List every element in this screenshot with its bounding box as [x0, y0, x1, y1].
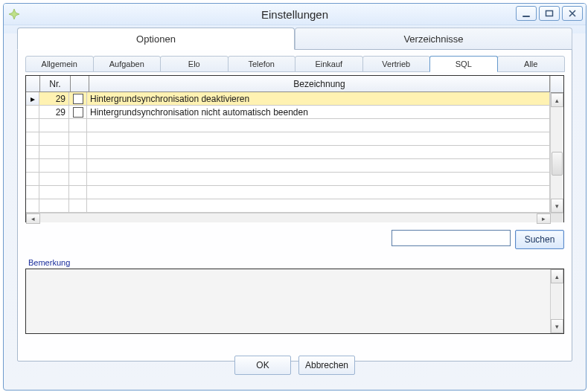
- main-tabs: Optionen Verzeichnisse: [17, 28, 572, 50]
- grid-header-nr[interactable]: Nr.: [40, 76, 71, 92]
- cell-nr: 29: [39, 92, 69, 106]
- bemerkung-text: [26, 269, 550, 333]
- subtab-vertrieb[interactable]: Vertrieb: [362, 56, 431, 72]
- grid-header-selector: [26, 76, 40, 92]
- tab-verzeichnisse[interactable]: Verzeichnisse: [295, 28, 572, 50]
- maximize-button[interactable]: [539, 6, 560, 21]
- subtab-allgemein[interactable]: Allgemein: [25, 56, 94, 72]
- table-row-empty: [26, 186, 550, 199]
- table-row[interactable]: ▸ 29 Hintergrundsynchronisation deaktivi…: [26, 92, 550, 106]
- checkbox-icon: [73, 94, 83, 104]
- scroll-track[interactable]: [551, 283, 563, 319]
- table-row-empty: [26, 159, 550, 173]
- search-input[interactable]: [392, 230, 511, 246]
- subtab-einkauf[interactable]: Einkauf: [295, 56, 363, 72]
- subtab-elo[interactable]: Elo: [160, 56, 229, 72]
- app-icon: [8, 8, 20, 20]
- scroll-right-icon[interactable]: ▸: [537, 213, 551, 224]
- settings-dialog: Einstellungen Optionen Verzeichnisse: [3, 3, 587, 391]
- minimize-button[interactable]: [516, 6, 537, 21]
- scroll-down-icon[interactable]: ▾: [551, 319, 563, 333]
- close-button[interactable]: [562, 6, 583, 21]
- sub-tabs: Allgemein Aufgaben Elo Telefon Einkauf V…: [25, 56, 564, 72]
- table-row-empty: [26, 173, 550, 186]
- svg-rect-1: [523, 16, 530, 17]
- scrollbar-corner: [551, 76, 563, 93]
- svg-marker-0: [9, 9, 19, 19]
- cell-checkbox[interactable]: [69, 106, 87, 119]
- grid-vertical-scrollbar[interactable]: ▴ ▾: [550, 76, 563, 213]
- search-bar: Suchen: [25, 230, 564, 249]
- cell-checkbox[interactable]: [69, 92, 87, 106]
- subtab-telefon[interactable]: Telefon: [228, 56, 296, 72]
- subtab-alle[interactable]: Alle: [497, 56, 566, 72]
- table-row-empty: [26, 146, 550, 159]
- scroll-track[interactable]: [551, 107, 563, 199]
- titlebar: Einstellungen: [4, 4, 586, 25]
- dialog-buttons: OK Abbrechen: [8, 356, 581, 375]
- tab-optionen[interactable]: Optionen: [17, 28, 295, 50]
- table-row[interactable]: 29 Hintergrundsynchronisation nicht auto…: [26, 106, 550, 119]
- scrollbar-corner: [551, 213, 563, 222]
- grid-body: ▸ 29 Hintergrundsynchronisation deaktivi…: [26, 92, 550, 213]
- window-title: Einstellungen: [4, 8, 586, 21]
- table-row-empty: [26, 132, 550, 146]
- scroll-down-icon[interactable]: ▾: [551, 199, 563, 213]
- cell-desc: Hintergrundsynchronisation nicht automat…: [87, 106, 550, 119]
- search-button[interactable]: Suchen: [515, 230, 564, 249]
- grid-horizontal-scrollbar[interactable]: ◂ ▸: [26, 213, 563, 222]
- options-grid: Nr. Bezeichnung ▸ 29 Hintergru: [25, 75, 564, 222]
- grid-header-desc[interactable]: Bezeichnung: [89, 76, 550, 92]
- svg-rect-2: [546, 11, 553, 16]
- bemerkung-label: Bemerkung: [28, 258, 561, 267]
- bemerkung-scrollbar[interactable]: ▴ ▾: [550, 269, 563, 333]
- row-indicator-icon: ▸: [26, 92, 39, 106]
- subtab-sql[interactable]: SQL: [429, 56, 498, 72]
- table-row-empty: [26, 199, 550, 213]
- tab-panel-optionen: Allgemein Aufgaben Elo Telefon Einkauf V…: [17, 49, 572, 362]
- ok-button[interactable]: OK: [234, 356, 291, 375]
- scroll-left-icon[interactable]: ◂: [26, 213, 40, 224]
- row-indicator-icon: [26, 106, 39, 119]
- table-row-empty: [26, 119, 550, 132]
- scroll-up-icon[interactable]: ▴: [551, 93, 563, 107]
- scroll-up-icon[interactable]: ▴: [551, 269, 563, 283]
- cancel-button[interactable]: Abbrechen: [298, 356, 355, 375]
- checkbox-icon: [73, 107, 83, 118]
- cell-nr: 29: [39, 106, 69, 119]
- scroll-track[interactable]: [40, 213, 537, 222]
- grid-header-check: [71, 76, 89, 92]
- scroll-thumb[interactable]: [552, 152, 563, 176]
- bemerkung-textarea[interactable]: ▴ ▾: [25, 269, 564, 334]
- grid-header: Nr. Bezeichnung: [26, 76, 550, 92]
- subtab-aufgaben[interactable]: Aufgaben: [93, 56, 162, 72]
- cell-desc: Hintergrundsynchronisation deaktivieren: [87, 92, 550, 106]
